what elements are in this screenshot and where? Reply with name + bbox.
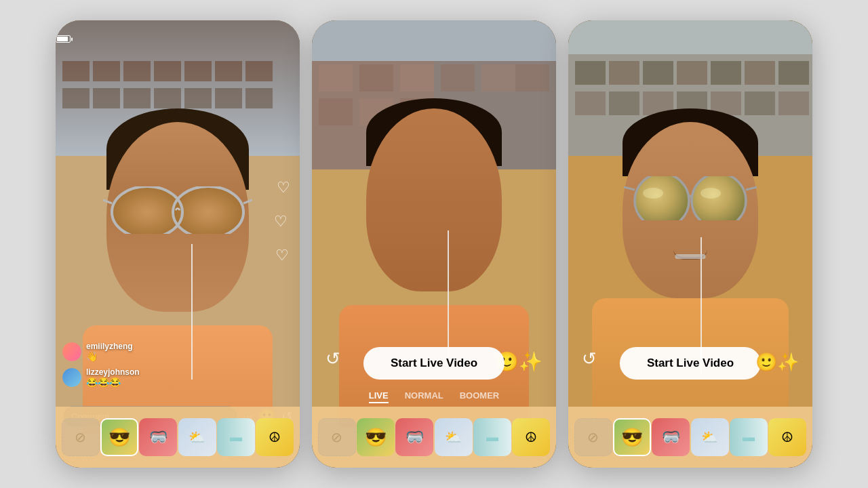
svg-line-4	[103, 200, 112, 203]
filter3-goggles[interactable]: 🥽	[652, 418, 690, 456]
filter2-sunglass[interactable]: 😎	[357, 418, 395, 456]
comment-avatar-2	[62, 368, 81, 387]
person-face-3	[568, 102, 812, 434]
comment-emoji-1: 👋	[86, 351, 133, 362]
filters-bar-1: ⊘ 😎 🥽 ⛅ ▬ ☮	[56, 407, 300, 468]
filter2-peace[interactable]: ☮	[512, 418, 550, 456]
comment-avatar-1	[62, 342, 81, 361]
filter3-none[interactable]: ⊘	[574, 418, 612, 456]
filter3-cloud[interactable]: ⛅	[691, 418, 729, 456]
filter2-stripe[interactable]: ▬	[473, 418, 511, 456]
comment-emoji-2: 😂😂😂	[86, 377, 140, 388]
svg-point-6	[635, 176, 689, 220]
start-live-button-3[interactable]: Start Live Video	[620, 347, 761, 380]
battery-bar	[56, 35, 71, 43]
filter3-peace[interactable]: ☮	[768, 418, 806, 456]
earwire-2	[448, 230, 449, 366]
start-live-button-2[interactable]: Start Live Video	[363, 347, 505, 380]
tab-boomer[interactable]: BOOMER	[460, 390, 500, 403]
svg-point-7	[692, 176, 746, 220]
filter-peace[interactable]: ☮	[256, 418, 294, 456]
tab-normal[interactable]: NORMAL	[405, 390, 443, 403]
app-background: 9:41 PM LIVE 👁 15 End	[0, 0, 868, 488]
tab-live[interactable]: LIVE	[369, 390, 389, 403]
filter-cloud[interactable]: ⛅	[178, 418, 216, 456]
comment-item-2: lizzeyjohnson 😂😂😂	[62, 367, 266, 388]
comment-item-1: emiilyzheng 👋	[62, 342, 266, 362]
filter2-none[interactable]: ⊘	[318, 418, 356, 456]
mode-tabs: LIVE NORMAL BOOMER	[312, 390, 556, 403]
phone-2-prelive: ⚙ › ↺ 🙂✨ Start Live Video LIVE NORMAL	[312, 20, 556, 468]
filter-goggles[interactable]: 🥽	[139, 418, 177, 456]
svg-line-5	[243, 200, 252, 203]
svg-line-9	[746, 187, 757, 190]
svg-point-11	[701, 188, 721, 199]
face-skin-2	[366, 108, 502, 291]
comment-username-1: emiilyzheng	[86, 342, 133, 351]
filters-bar-2: ⊘ 😎 🥽 ⛅ ▬ ☮	[312, 407, 556, 468]
flip-camera-button-3[interactable]: ↺	[582, 348, 597, 369]
filter3-stripe[interactable]: ▬	[730, 418, 768, 456]
comment-username-2: lizzeyjohnson	[86, 367, 140, 377]
start-live-label-3: Start Live Video	[647, 357, 734, 369]
flip-camera-button[interactable]: ↺	[326, 348, 340, 369]
comments-area: emiilyzheng 👋 lizzeyjohnson 😂😂😂	[62, 342, 266, 393]
phone-1-live-active: 9:41 PM LIVE 👁 15 End	[56, 20, 300, 468]
filter3-sunglass[interactable]: 😎	[613, 418, 651, 456]
filter2-cloud[interactable]: ⛅	[435, 418, 473, 456]
filter-stripe[interactable]: ▬	[217, 418, 255, 456]
braces-3	[675, 254, 706, 259]
heart-2: ♡	[274, 213, 288, 230]
glasses-overlay-1	[103, 186, 252, 234]
svg-point-10	[643, 188, 663, 199]
heart-1: ♡	[277, 179, 290, 197]
glasses-overlay-3	[623, 176, 758, 223]
filter2-goggles[interactable]: 🥽	[395, 418, 433, 456]
phone-3-prelive-glasses: ⚙ ›	[568, 20, 812, 468]
filter-none[interactable]: ⊘	[62, 418, 100, 456]
battery-fill	[57, 37, 68, 41]
svg-line-8	[624, 187, 635, 190]
emoji-face-button-3[interactable]: 🙂✨	[755, 352, 799, 373]
filter-sunglass[interactable]: 😎	[100, 418, 138, 456]
heart-3: ♡	[275, 247, 289, 264]
filters-bar-3: ⊘ 😎 🥽 ⛅ ▬ ☮	[568, 407, 812, 468]
start-live-label-2: Start Live Video	[391, 357, 477, 369]
phones-container: 9:41 PM LIVE 👁 15 End	[42, 7, 826, 481]
